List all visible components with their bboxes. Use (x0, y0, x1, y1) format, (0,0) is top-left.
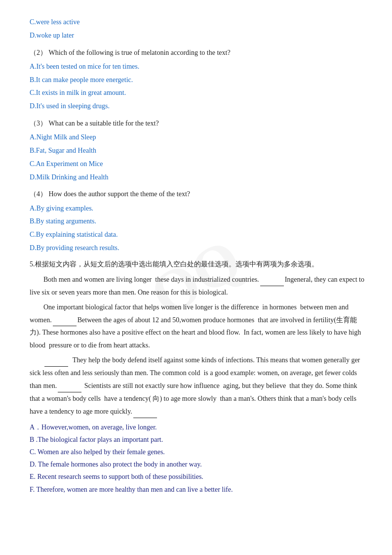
q3-answer-c: C.An Experiment on Mice (30, 158, 367, 170)
q2-answer-a: A.It's been tested on mice for ten times… (30, 61, 367, 73)
q4-answer-a: A.By giving examples. (30, 203, 367, 214)
passage-p3: They help the body defend itself against… (30, 354, 367, 418)
passage-p1: Both men and women are living longer the… (30, 273, 367, 299)
answer-option-d: D. The female hormones also protect the … (30, 458, 367, 470)
q3-answer-d: D.Milk Drinking and Health (30, 171, 367, 183)
passage-p2: One important biological factor that hel… (30, 301, 367, 352)
q4-answer-d: D.By providing research results. (30, 242, 367, 254)
question-4-stem: （4） How does the author support the them… (30, 188, 367, 200)
q2-answer-c: C.It exists in milk in great amount. (30, 87, 367, 99)
q4-answer-c: C.By explaining statistical data. (30, 229, 367, 241)
passage: Both men and women are living longer the… (30, 273, 367, 418)
q2-answer-b: B.It can make people more energetic. (30, 74, 367, 86)
option-2d: D.woke up later (30, 30, 367, 42)
q2-answer-d: D.It's used in sleeping drugs. (30, 100, 367, 112)
answer-option-f: F. Therefore, women are more healthy tha… (30, 483, 367, 496)
answer-option-a: A．However,women, on average, live longer… (30, 421, 367, 433)
main-content: C.were less active D.woke up later （2） W… (30, 16, 367, 496)
answer-option-c: C. Women are also helped by their female… (30, 446, 367, 458)
q4-answer-b: B.By stating arguments. (30, 215, 367, 227)
answer-options: A．However,women, on average, live longer… (30, 421, 367, 496)
section5-header: 5.根据短文内容，从短文后的选项中选出能填入空白处的最佳选项。选项中有两项为多余… (30, 258, 367, 270)
q3-answer-a: A.Night Milk and Sleep (30, 131, 367, 143)
q3-answer-b: B.Fat, Sugar and Health (30, 145, 367, 157)
option-2c: C.were less active (30, 16, 367, 28)
question-2-stem: （2） Which of the following is true of me… (30, 46, 367, 59)
answer-option-e: E. Recent research seems to support both… (30, 470, 367, 483)
answer-option-b: B .The biological factor plays an import… (30, 433, 367, 446)
question-3-stem: （3） What can be a suitable title for the… (30, 117, 367, 129)
